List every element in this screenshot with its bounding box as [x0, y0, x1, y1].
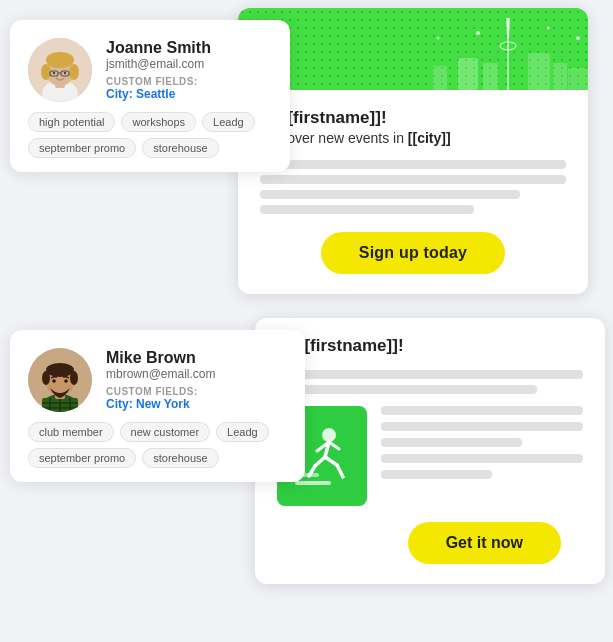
bottom-left-contact-card: Mike Brown mbrown@email.com CUSTOM FIELD…	[10, 330, 305, 482]
city-name-mike: New York	[136, 397, 190, 411]
email-subtext: Discover new events in [[city]]	[260, 130, 566, 146]
svg-point-21	[476, 31, 480, 35]
tag-september-promo-mike: september promo	[28, 448, 136, 468]
contact-name-mike: Mike Brown	[106, 349, 216, 367]
email-content-image-row	[255, 406, 605, 506]
svg-rect-19	[568, 68, 588, 90]
svg-point-5	[41, 64, 51, 80]
sign-up-button[interactable]: Sign up today	[321, 232, 505, 274]
svg-point-4	[46, 52, 74, 68]
content-line-3	[260, 190, 520, 199]
line-r2	[381, 422, 583, 431]
svg-point-11	[64, 72, 66, 74]
svg-point-24	[576, 36, 580, 40]
email-lines-right	[381, 406, 583, 506]
email-body: Hi [[firstname]]! Discover new events in…	[238, 90, 588, 294]
city-label: City:	[106, 87, 133, 101]
line-b1	[277, 370, 583, 379]
line-r1	[381, 406, 583, 415]
svg-rect-17	[528, 53, 550, 90]
content-line-1	[260, 160, 566, 169]
svg-point-35	[46, 363, 74, 377]
content-line-2	[260, 175, 566, 184]
email-content-lines	[260, 160, 566, 214]
line-b2	[277, 385, 537, 394]
profile-row-2: Mike Brown mbrown@email.com CUSTOM FIELD…	[28, 348, 287, 412]
svg-rect-15	[458, 58, 478, 90]
svg-line-45	[337, 465, 343, 477]
tag-workshops: workshops	[121, 112, 196, 132]
tag-new-customer: new customer	[120, 422, 210, 442]
svg-point-10	[53, 72, 55, 74]
tags-list: high potential workshops Leadg september…	[28, 112, 272, 158]
email-greeting-bottom: Hi [[firstname]]!	[277, 336, 583, 356]
tags-list-mike: club member new customer Leadg september…	[28, 422, 287, 468]
tag-storehouse: storehouse	[142, 138, 218, 158]
svg-rect-48	[295, 481, 331, 485]
tag-club-member: club member	[28, 422, 114, 442]
profile-row: Joanne Smith jsmith@email.com CUSTOM FIE…	[28, 38, 272, 102]
svg-point-22	[547, 27, 550, 30]
bottom-email-preview: Hi [[firstname]]!	[255, 318, 605, 584]
contact-name: Joanne Smith	[106, 39, 211, 57]
svg-point-36	[42, 371, 50, 385]
svg-point-40	[322, 428, 336, 442]
tag-storehouse-mike: storehouse	[142, 448, 218, 468]
get-now-button[interactable]: Get it now	[408, 522, 561, 564]
contact-email: jsmith@email.com	[106, 57, 211, 71]
svg-point-38	[52, 379, 56, 383]
city-label-mike: City:	[106, 397, 133, 411]
cta-row: Get it now	[255, 522, 605, 564]
svg-point-6	[69, 64, 79, 80]
svg-point-39	[64, 379, 68, 383]
svg-rect-20	[433, 66, 447, 90]
avatar	[28, 38, 92, 102]
email-body-bottom: Hi [[firstname]]!	[255, 318, 605, 394]
top-left-contact-card: Joanne Smith jsmith@email.com CUSTOM FIE…	[10, 20, 290, 172]
svg-line-47	[329, 442, 339, 449]
svg-point-23	[437, 37, 440, 40]
top-email-preview: Hi [[firstname]]! Discover new events in…	[238, 8, 588, 294]
tag-leadg-mike: Leadg	[216, 422, 269, 442]
svg-point-37	[70, 371, 78, 385]
email-banner	[238, 8, 588, 90]
line-r5	[381, 470, 492, 479]
city-placeholder: [[city]]	[408, 130, 451, 146]
content-line-4	[260, 205, 474, 214]
custom-fields-label: CUSTOM FIELDS:	[106, 76, 211, 87]
email-greeting: Hi [[firstname]]!	[260, 108, 566, 128]
contact-email-mike: mbrown@email.com	[106, 367, 216, 381]
contact-info-mike: Mike Brown mbrown@email.com CUSTOM FIELD…	[106, 349, 216, 411]
tag-high-potential: high potential	[28, 112, 115, 132]
line-r3	[381, 438, 522, 447]
contact-info: Joanne Smith jsmith@email.com CUSTOM FIE…	[106, 39, 211, 101]
line-r4	[381, 454, 583, 463]
svg-line-44	[325, 457, 337, 465]
svg-line-42	[315, 457, 325, 466]
svg-rect-18	[553, 63, 567, 90]
city-name: Seattle	[136, 87, 175, 101]
tag-leadg: Leadg	[202, 112, 255, 132]
svg-rect-16	[483, 63, 498, 90]
svg-marker-14	[506, 18, 510, 38]
city-skyline-icon	[238, 8, 588, 90]
city-value-mike: City: New York	[106, 397, 216, 411]
avatar-mike	[28, 348, 92, 412]
custom-fields-label-mike: CUSTOM FIELDS:	[106, 386, 216, 397]
city-value: City: Seattle	[106, 87, 211, 101]
tag-september-promo: september promo	[28, 138, 136, 158]
email-lines-top	[277, 370, 583, 394]
